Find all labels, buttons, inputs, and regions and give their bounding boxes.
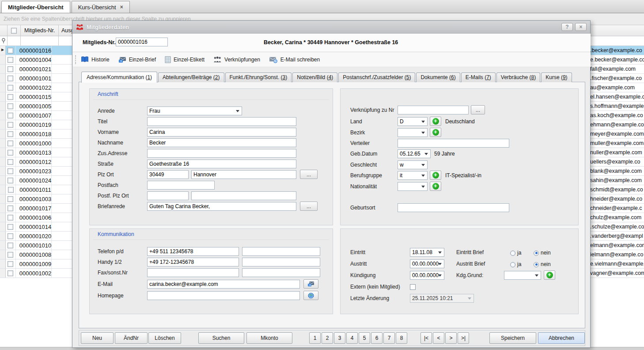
ausg-cell[interactable] (52, 167, 72, 175)
ausg-cell[interactable] (52, 194, 72, 203)
plzort-lookup-button[interactable]: ... (300, 170, 318, 179)
anrede-select[interactable]: Frau (147, 107, 242, 115)
record-nav-button[interactable]: >| (458, 332, 469, 344)
row-checkbox[interactable] (6, 83, 16, 92)
table-row[interactable]: 0000001024 (0, 176, 72, 185)
tab-kurs-uebersicht[interactable]: Kurs-Übersicht × (72, 1, 130, 13)
toolbar-grip[interactable] (75, 55, 77, 64)
ort-input[interactable] (191, 170, 296, 179)
member-number-cell[interactable]: 0000001016 (16, 46, 52, 55)
email-cell[interactable]: schmidt@example.co (589, 185, 644, 194)
member-number-cell[interactable]: 0000001000 (16, 139, 52, 148)
email-cell[interactable]: blank@example.com (589, 167, 644, 176)
table-row[interactable]: 0000001007 (0, 111, 72, 120)
email-cell[interactable]: fall@example.com (589, 65, 644, 74)
member-number-cell[interactable]: 0000001002 (16, 269, 52, 278)
email-cell[interactable]: muller@example.com (589, 139, 644, 148)
ausg-cell[interactable] (52, 74, 72, 83)
ausg-cell[interactable] (52, 55, 72, 64)
member-number-cell[interactable]: 0000001015 (16, 92, 52, 101)
member-number-cell[interactable]: 0000001012 (16, 157, 52, 166)
table-row[interactable]: 0000001016 (0, 46, 72, 55)
nationalitaet-select[interactable] (398, 182, 428, 191)
dialog-tab[interactable]: Verbräuche (8) (496, 72, 540, 82)
email-cell[interactable]: uellers@example.co (589, 157, 644, 167)
homepage-input[interactable] (147, 291, 300, 300)
gebdatum-select[interactable]: 05.12.65 (398, 149, 431, 158)
email-cell[interactable]: .fischer@example.co (589, 74, 644, 83)
help-button[interactable]: ? (561, 23, 573, 31)
email-cell[interactable]: e.vielmann@example. (589, 259, 644, 269)
dialog-tab[interactable]: Dokumente (6) (416, 72, 460, 82)
verknuepfung-lookup-button[interactable]: ... (471, 105, 485, 114)
row-checkbox[interactable] (6, 46, 16, 55)
neu-button[interactable]: Neu (81, 332, 114, 344)
bezirk-add-button[interactable]: + (430, 128, 441, 137)
member-number-cell[interactable]: 0000001014 (16, 222, 52, 231)
member-number-cell[interactable]: 0000001007 (16, 111, 52, 120)
member-number-cell[interactable]: 0000001001 (16, 74, 52, 83)
ausg-cell[interactable] (52, 241, 72, 250)
telefon1-input[interactable] (147, 247, 239, 256)
member-number-cell[interactable]: 0000001008 (16, 250, 52, 259)
member-number-cell[interactable]: 0000001022 (16, 83, 52, 92)
page-button[interactable]: 4 (346, 332, 358, 344)
dialog-tab[interactable]: Notizen/Bild (4) (292, 72, 337, 82)
ausg-cell[interactable] (52, 139, 72, 148)
verteiler-input[interactable] (398, 139, 509, 148)
row-checkbox[interactable] (6, 194, 16, 203)
ausg-cell[interactable] (52, 222, 72, 231)
ausg-cell[interactable] (52, 148, 72, 157)
land-select[interactable]: D (398, 117, 428, 126)
member-number-cell[interactable]: 0000001017 (16, 204, 52, 213)
austritt-brief-ja-radio[interactable]: ja (510, 259, 521, 269)
loeschen-button[interactable]: Löschen (148, 332, 181, 344)
row-checkbox[interactable] (6, 222, 16, 231)
row-checkbox[interactable] (6, 167, 16, 175)
table-row[interactable]: 0000001020 (0, 232, 72, 241)
ausg-cell[interactable] (52, 129, 72, 138)
page-button[interactable]: 8 (396, 332, 407, 344)
strasse-input[interactable] (147, 160, 296, 168)
berufsgruppe-select[interactable]: it (398, 171, 428, 180)
member-number-cell[interactable]: 0000001018 (16, 129, 52, 138)
row-checkbox[interactable] (6, 259, 16, 268)
send-email-button[interactable] (303, 279, 318, 289)
extern-checkbox[interactable] (410, 284, 416, 290)
member-number-cell[interactable]: 0000001020 (16, 232, 52, 240)
row-checkbox[interactable] (6, 250, 16, 259)
email-cell[interactable]: .vanderberg@exampl (589, 232, 644, 241)
member-number-cell[interactable]: 0000001006 (16, 213, 52, 222)
telefon2-input[interactable] (242, 247, 320, 256)
geburtsort-input[interactable] (398, 203, 509, 212)
table-row[interactable]: 0000001015 (0, 92, 72, 102)
fax1-input[interactable] (147, 268, 239, 277)
row-checkbox[interactable] (6, 269, 16, 278)
member-no-input[interactable] (116, 38, 168, 46)
land-add-button[interactable]: + (430, 117, 441, 126)
dialog-tab[interactable]: Postanschrf./Zusatzfelder (5) (338, 72, 415, 82)
austritt-brief-nein-radio[interactable]: nein (534, 259, 551, 269)
email-cell[interactable]: e.becker@example.co (589, 55, 644, 65)
postfach-input[interactable] (147, 181, 215, 190)
historie-button[interactable]: Historie (81, 56, 110, 63)
ausg-cell[interactable] (52, 269, 72, 278)
close-icon[interactable]: × (120, 4, 123, 10)
ausg-cell[interactable] (52, 83, 72, 92)
row-checkbox[interactable] (6, 148, 16, 157)
email-cell[interactable]: meyer@example.com (589, 129, 644, 139)
member-number-cell[interactable]: 0000001009 (16, 259, 52, 268)
record-nav-button[interactable]: > (445, 332, 457, 344)
ausg-cell[interactable] (52, 259, 72, 268)
postf-plz-input[interactable] (147, 191, 189, 200)
dialog-tab[interactable]: E-Mails (7) (461, 72, 496, 82)
table-row[interactable]: 0000001008 (0, 250, 72, 259)
speichern-button[interactable]: Speichern (489, 332, 536, 344)
row-checkbox[interactable] (6, 102, 16, 110)
table-row[interactable]: 0000001002 (0, 269, 72, 278)
vorname-input[interactable] (147, 128, 296, 137)
briefanrede-lookup-button[interactable]: ... (300, 202, 318, 211)
eintritt-brief-nein-radio[interactable]: nein (534, 248, 551, 257)
ausg-cell[interactable] (52, 176, 72, 185)
bezirk-select[interactable] (398, 128, 428, 137)
